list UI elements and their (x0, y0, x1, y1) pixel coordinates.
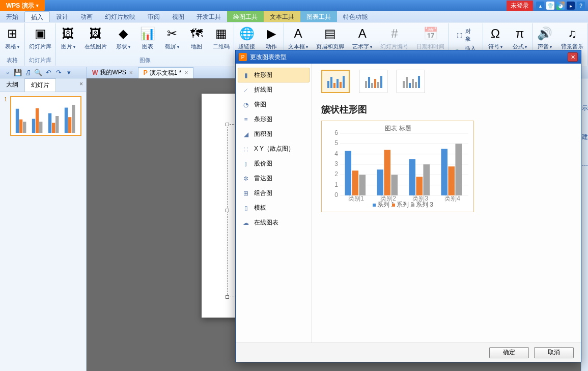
category-组合图[interactable]: ⊞组合图 (238, 186, 310, 201)
svg-rect-10 (68, 117, 71, 133)
dialog-footer: 确定 取消 (236, 343, 581, 362)
chart-subtype-panel: 簇状柱形图 图表 标题0123456类别1类别2类别3类别4系列 1系列 2系列… (312, 64, 581, 343)
slide-thumbnail-1[interactable] (10, 96, 81, 136)
menu-tab-8[interactable]: 绘图工具 (227, 11, 264, 22)
svg-text:系列 3: 系列 3 (416, 201, 433, 208)
menu-tab-11[interactable]: 特色功能 (337, 11, 374, 22)
chart-preview: 图表 标题0123456类别1类别2类别3类别4系列 1系列 2系列 3 (321, 121, 474, 212)
help-icon[interactable]: ? (577, 2, 585, 10)
subtype-stacked[interactable] (359, 70, 387, 93)
sidebar-btn-3[interactable]: ⋯ (582, 162, 588, 169)
svg-rect-6 (48, 113, 51, 133)
ribbon-日期和时间[interactable]: 📅日期和时间 (412, 24, 449, 51)
resize-handle[interactable] (226, 123, 229, 126)
doc-tab[interactable]: W我的WPS× (87, 67, 138, 78)
doc-tab[interactable]: P演示文稿1 *× (138, 67, 194, 78)
category-饼图[interactable]: ◔饼图 (238, 97, 310, 112)
category-雷达图[interactable]: ✲雷达图 (238, 171, 310, 186)
cancel-button[interactable]: 取消 (534, 347, 574, 358)
category-股价图[interactable]: ⫿股价图 (238, 156, 310, 171)
category-在线图表[interactable]: ☁在线图表 (238, 215, 310, 230)
ribbon-图片[interactable]: 🖼图片 (56, 24, 80, 51)
menu-tab-4[interactable]: 幻灯片放映 (99, 11, 142, 22)
menu-tab-10[interactable]: 图表工具 (300, 11, 337, 22)
title-icons: ▴ 👕 ◕ ▸ ? (533, 2, 588, 10)
ribbon-表格[interactable]: ⊞表格 (0, 24, 24, 51)
ribbon-幻灯片编号[interactable]: #幻灯片编号 (376, 24, 412, 51)
category-条形图[interactable]: ≡条形图 (238, 112, 310, 127)
ribbon-背景音乐[interactable]: ♫背景音乐 (557, 24, 587, 51)
qat-more-icon[interactable]: ▾ (64, 68, 73, 77)
chart-category-list: ▮柱形图⟋折线图◔饼图≡条形图◢面积图⸬X Y（散点图）⫿股价图✲雷达图⊞组合图… (236, 64, 312, 343)
menu-tab-7[interactable]: 开发工具 (190, 11, 227, 22)
tab-outline[interactable]: 大纲 (0, 78, 24, 92)
menu-tab-9[interactable]: 文本工具 (264, 11, 300, 22)
ribbon-符号[interactable]: Ω符号 (483, 24, 508, 51)
dialog-close-button[interactable]: ✕ (568, 52, 578, 62)
menu-tab-6[interactable]: 视图 (166, 11, 190, 22)
svg-rect-95 (455, 144, 462, 195)
subtype-clustered[interactable] (321, 70, 350, 93)
tab-slides[interactable]: 幻灯片 (24, 78, 56, 92)
svg-rect-94 (448, 166, 455, 195)
title-icon-3[interactable]: ◕ (556, 2, 565, 10)
ribbon-图表[interactable]: 📊图表 (135, 24, 160, 51)
ribbon-截屏[interactable]: ✂截屏 (160, 24, 184, 51)
svg-rect-3 (32, 119, 35, 133)
dialog-title: 更改图表类型 (250, 53, 287, 62)
qat-redo-icon[interactable]: ↷ (54, 68, 63, 77)
category-X Y（散点图）[interactable]: ⸬X Y（散点图） (238, 141, 310, 156)
dialog-titlebar[interactable]: P 更改图表类型 ✕ (236, 50, 581, 64)
svg-rect-1 (19, 120, 22, 133)
category-模板[interactable]: ▯模板 (238, 201, 310, 215)
title-icon-4[interactable]: ▸ (567, 2, 575, 10)
ribbon-超链接[interactable]: 🌐超链接 (234, 24, 259, 51)
app-menu[interactable]: WPS 演示 (0, 0, 45, 11)
ribbon-形状[interactable]: ◆形状 (111, 24, 135, 51)
qat-save-icon[interactable]: 💾 (13, 68, 22, 77)
menu-tab-2[interactable]: 设计 (50, 11, 74, 22)
ribbon-动作[interactable]: ▶动作 (259, 24, 284, 51)
svg-rect-58 (377, 82, 379, 88)
ribbon-艺术字[interactable]: A艺术字 (348, 24, 376, 51)
sidebar-btn-1[interactable]: 示 (582, 104, 588, 112)
category-柱形图[interactable]: ▮柱形图 (238, 68, 310, 82)
svg-rect-52 (340, 82, 342, 88)
login-badge[interactable]: 未登录 (507, 1, 533, 11)
category-折线图[interactable]: ⟋折线图 (238, 82, 310, 97)
resize-handle[interactable] (226, 209, 229, 212)
category-面积图[interactable]: ◢面积图 (238, 127, 310, 141)
svg-rect-61 (406, 77, 408, 88)
svg-text:2: 2 (334, 170, 338, 178)
ok-button[interactable]: 确定 (489, 347, 529, 358)
svg-rect-97 (373, 204, 376, 207)
slide-number: 1 (4, 96, 7, 136)
menu-tab-1[interactable]: 插入 (24, 11, 50, 22)
svg-rect-91 (423, 164, 430, 195)
ribbon-文本框[interactable]: A文本框 (284, 24, 312, 51)
subtype-100stacked[interactable] (397, 70, 425, 93)
qat-preview-icon[interactable]: 🔍 (34, 68, 43, 77)
menu-tab-0[interactable]: 开始 (0, 11, 24, 22)
sidebar-btn-2[interactable]: 建 (582, 133, 588, 141)
svg-rect-57 (374, 79, 376, 88)
title-icon-2[interactable]: 👕 (546, 2, 554, 10)
ribbon-幻灯片库[interactable]: ▣幻灯片库 (25, 24, 55, 51)
ribbon-地图[interactable]: 🗺地图 (184, 24, 209, 51)
ribbon-二维码[interactable]: ▦二维码 (209, 24, 234, 51)
qat-undo-icon[interactable]: ↶ (44, 68, 53, 77)
ribbon-声音[interactable]: 🔊声音 (533, 24, 557, 51)
title-icon-1[interactable]: ▴ (536, 2, 544, 10)
ribbon-对象[interactable]: ⬚对象 (452, 26, 480, 44)
ribbon-公式[interactable]: π公式 (508, 24, 532, 51)
resize-handle[interactable] (226, 295, 229, 299)
ribbon-页眉和页脚[interactable]: ▤页眉和页脚 (312, 24, 348, 51)
qat-print-icon[interactable]: 🖨 (23, 68, 33, 77)
qat-new-icon[interactable]: ▫ (3, 68, 12, 77)
svg-rect-7 (52, 123, 55, 133)
menu-tab-3[interactable]: 动画 (74, 11, 99, 22)
panel-close-icon[interactable]: × (76, 78, 86, 92)
svg-rect-11 (72, 105, 75, 133)
ribbon-在线图片[interactable]: 🖼在线图片 (80, 24, 111, 51)
menu-tab-5[interactable]: 审阅 (142, 11, 166, 22)
